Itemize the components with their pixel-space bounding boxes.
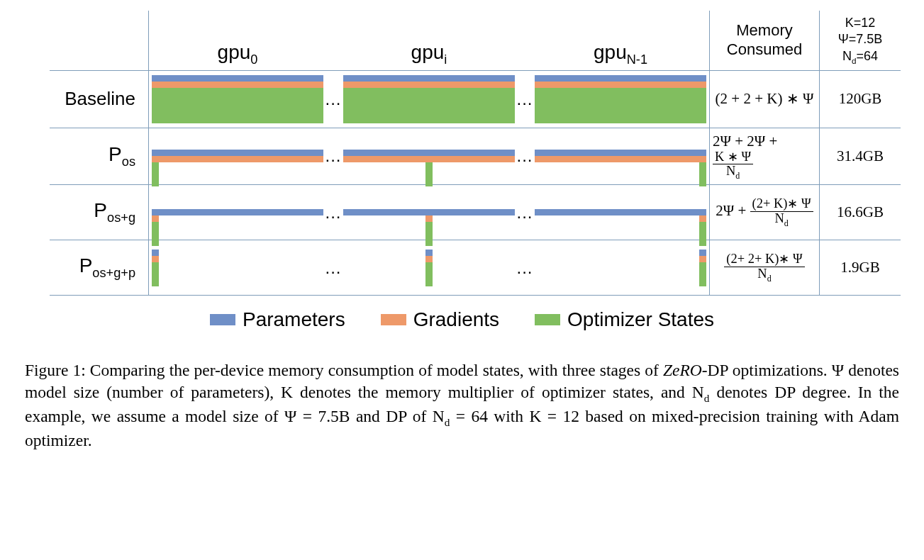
figure-caption: Figure 1: Comparing the per-device memor… xyxy=(21,338,903,452)
legend-optimizer: Optimizer States xyxy=(535,308,714,331)
dots: ... xyxy=(518,185,532,240)
dots: ... xyxy=(326,240,340,296)
pos-formula: 2Ψ + 2Ψ + K ∗ ΨNd xyxy=(709,128,819,186)
posgp-value: 1.9GB xyxy=(819,240,901,296)
gpui-header: gpui xyxy=(340,11,518,71)
baseline-gpun xyxy=(532,71,709,128)
figure: gpu0 gpui gpuN-1 Memory Consumed K=12 Ψ=… xyxy=(21,11,903,338)
pos-gpui xyxy=(340,128,518,186)
zero-diagram: gpu0 gpui gpuN-1 Memory Consumed K=12 Ψ=… xyxy=(50,11,874,296)
legend: Parameters Gradients Optimizer States xyxy=(50,296,874,338)
posgp-formula: (2+ 2+ K)∗ ΨNd xyxy=(709,240,819,296)
baseline-gpu0 xyxy=(149,71,326,128)
baseline-value: 120GB xyxy=(819,71,901,128)
gpun-header: gpuN-1 xyxy=(532,11,709,71)
dots xyxy=(518,11,532,71)
dots: ... xyxy=(326,71,340,128)
memory-header: Memory Consumed xyxy=(709,11,819,71)
posgp-gpui xyxy=(340,240,518,296)
pos-label: Pos xyxy=(50,128,149,186)
posg-value: 16.6GB xyxy=(819,185,901,240)
posg-gpun xyxy=(532,185,709,240)
baseline-formula: (2 + 2 + K) ∗ Ψ xyxy=(709,71,819,128)
dots: ... xyxy=(326,128,340,186)
pos-value: 31.4GB xyxy=(819,128,901,186)
dots: ... xyxy=(326,185,340,240)
pos-gpun xyxy=(532,128,709,186)
corner xyxy=(50,11,149,71)
posgp-label: Pos+g+p xyxy=(50,240,149,296)
baseline-label: Baseline xyxy=(50,71,149,128)
posg-gpui xyxy=(340,185,518,240)
example-header: K=12 Ψ=7.5B Nd=64 xyxy=(819,11,901,71)
posg-formula: 2Ψ + (2+ K)∗ ΨNd xyxy=(709,185,819,240)
posgp-gpu0 xyxy=(149,240,326,296)
dots xyxy=(326,11,340,71)
dots: ... xyxy=(518,71,532,128)
pos-gpu0 xyxy=(149,128,326,186)
posg-gpu0 xyxy=(149,185,326,240)
posgp-gpun xyxy=(532,240,709,296)
gpu0-header: gpu0 xyxy=(149,11,326,71)
dots: ... xyxy=(518,240,532,296)
baseline-gpui xyxy=(340,71,518,128)
legend-gradients: Gradients xyxy=(381,308,499,331)
legend-parameters: Parameters xyxy=(210,308,345,331)
dots: ... xyxy=(518,128,532,186)
posg-label: Pos+g xyxy=(50,185,149,240)
